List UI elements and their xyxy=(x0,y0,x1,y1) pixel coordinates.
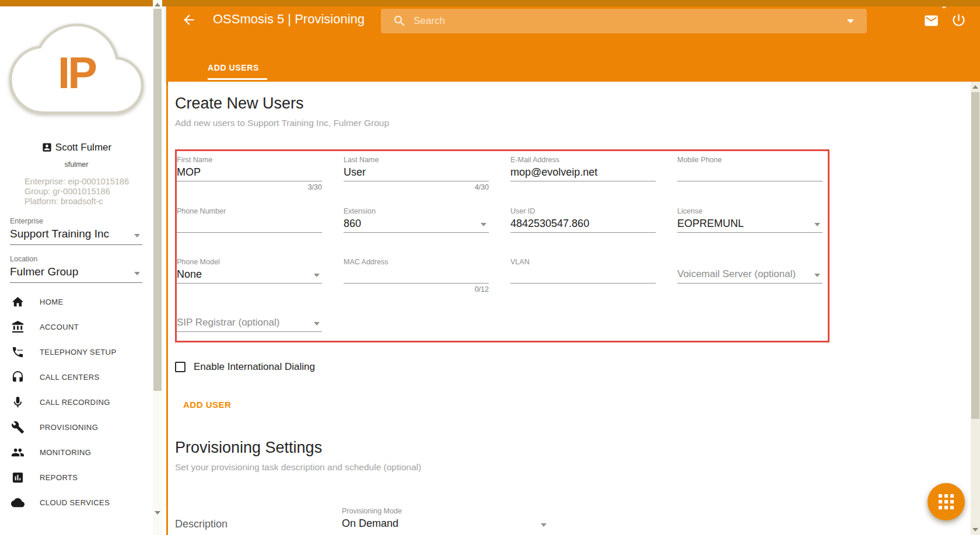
chevron-down-icon xyxy=(134,272,140,275)
provisioning-mode-select[interactable]: On Demand xyxy=(342,516,549,533)
chevron-down-icon xyxy=(314,322,320,326)
email-input[interactable]: mop@evolveip.net xyxy=(510,165,656,181)
sidebar-item-cloud-services[interactable]: CLOUD SERVICES xyxy=(0,490,153,515)
search-input[interactable]: Search xyxy=(381,9,867,33)
bank-icon xyxy=(11,320,24,334)
provisioning-settings-subtitle: Set your provisioning task description a… xyxy=(175,462,971,473)
headset-icon xyxy=(11,370,24,384)
description-input[interactable]: Description xyxy=(175,507,320,530)
mail-icon[interactable] xyxy=(923,13,939,29)
first-name-counter: 3/30 xyxy=(177,181,322,190)
license-select[interactable]: EOPREMUNL xyxy=(677,216,822,233)
scroll-down-arrow-icon[interactable] xyxy=(155,511,160,515)
home-icon xyxy=(11,295,24,309)
sidebar-item-reports[interactable]: REPORTS xyxy=(0,465,153,490)
main-scrollbar-thumb[interactable] xyxy=(971,92,979,419)
vlan-input[interactable] xyxy=(510,267,656,284)
microphone-icon xyxy=(11,396,24,409)
grid-icon xyxy=(939,494,954,509)
sidebar-item-call-centers[interactable]: CALL CENTERS xyxy=(0,365,153,390)
sidebar-item-home[interactable]: HOME xyxy=(0,289,153,314)
location-select-block: Location Fulmer Group xyxy=(10,255,142,283)
app-header: OSSmosis 5 | Provisioning Search 0 ADD U… xyxy=(166,0,980,82)
bar-chart-icon xyxy=(11,471,24,484)
chevron-down-icon xyxy=(814,223,820,226)
user-id-field: User ID 4842530547.860 xyxy=(510,207,656,233)
mobile-phone-input[interactable] xyxy=(677,165,822,181)
chevron-down-icon xyxy=(481,223,487,226)
sidebar: IP Scott Fulmer sfulmer Enterprise: eip-… xyxy=(0,6,153,535)
chevron-down-icon xyxy=(814,274,820,277)
phone-number-input[interactable] xyxy=(177,216,322,233)
phone-model-select[interactable]: None xyxy=(177,267,322,284)
description-field: Description xyxy=(175,507,320,533)
voicemail-server-select[interactable]: Voicemail Server (optional) xyxy=(677,267,822,284)
provisioning-mode-field: Provisioning Mode On Demand xyxy=(342,507,549,533)
provisioning-settings-title: Provisioning Settings xyxy=(175,439,971,457)
ip-cloud-logo: IP xyxy=(8,23,145,115)
meta-platform: Platform: broadsoft-c xyxy=(24,197,153,207)
sip-registrar-select[interactable]: SIP Registrar (optional) xyxy=(177,315,322,332)
scroll-up-arrow-icon[interactable] xyxy=(972,85,978,89)
last-name-counter: 4/30 xyxy=(344,181,489,190)
mac-address-counter: 0/12 xyxy=(344,284,489,292)
sidebar-item-telephony-setup[interactable]: TELEPHONY SETUP xyxy=(0,340,153,365)
mac-address-input[interactable] xyxy=(344,267,489,284)
new-user-highlight-box: First Name MOP 3/30 Last Name User 4/30 … xyxy=(175,149,830,342)
sip-registrar-field: SIP Registrar (optional) xyxy=(177,315,322,332)
location-select[interactable]: Fulmer Group xyxy=(10,263,142,283)
first-name-field: First Name MOP 3/30 xyxy=(177,156,322,190)
user-id-input[interactable]: 4842530547.860 xyxy=(510,216,656,233)
search-dropdown-caret-icon[interactable] xyxy=(847,19,854,23)
cloud-icon xyxy=(11,496,24,509)
email-field: E-Mail Address mop@evolveip.net xyxy=(510,156,656,190)
top-edge-strip xyxy=(0,0,980,6)
app-title: OSSmosis 5 | Provisioning xyxy=(213,12,365,27)
vlan-field: VLAN xyxy=(510,258,656,292)
location-value: Fulmer Group xyxy=(10,265,78,278)
last-name-input[interactable]: User xyxy=(344,165,489,181)
power-icon[interactable] xyxy=(951,12,967,28)
enterprise-select[interactable]: Support Training Inc xyxy=(10,225,142,245)
sidebar-nav: HOME ACCOUNT TELEPHONY SETUP CALL CENTER… xyxy=(0,289,153,515)
first-name-input[interactable]: MOP xyxy=(177,165,322,181)
main-area: OSSmosis 5 | Provisioning Search 0 ADD U… xyxy=(162,0,980,535)
main-scrollbar[interactable] xyxy=(971,82,980,535)
sidebar-item-monitoring[interactable]: MONITORING xyxy=(0,440,153,465)
enterprise-select-block: Enterprise Support Training Inc xyxy=(10,217,142,245)
phone-model-field: Phone Model None xyxy=(177,258,322,292)
enable-international-dialing-checkbox[interactable] xyxy=(175,362,186,372)
extension-select[interactable]: 860 xyxy=(344,216,489,233)
phone-settings-icon xyxy=(11,345,24,359)
mobile-phone-field: Mobile Phone xyxy=(677,156,822,190)
page-title: Create New Users xyxy=(175,95,971,113)
back-arrow-icon[interactable] xyxy=(181,12,197,27)
tab-add-users[interactable]: ADD USERS xyxy=(208,62,267,80)
add-user-button[interactable]: ADD USER xyxy=(183,400,231,410)
account-meta: Enterprise: eip-0001015186 Group: gr-000… xyxy=(24,177,153,207)
sidebar-item-provisioning[interactable]: PROVISIONING xyxy=(0,415,153,440)
meta-enterprise: Enterprise: eip-0001015186 xyxy=(24,177,153,187)
enterprise-label: Enterprise xyxy=(10,217,142,225)
user-login: sfulmer xyxy=(0,160,153,169)
chevron-down-icon xyxy=(314,274,320,277)
enterprise-value: Support Training Inc xyxy=(10,228,109,240)
logo-ip-text: IP xyxy=(8,47,145,98)
apps-grid-fab-button[interactable] xyxy=(928,483,965,520)
sidebar-scrollbar[interactable] xyxy=(153,0,162,535)
sidebar-scrollbar-thumb[interactable] xyxy=(153,9,162,391)
meta-group: Group: gr-0001015186 xyxy=(24,187,153,197)
license-field: License EOPREMUNL xyxy=(677,207,822,233)
international-dialing-row: Enable International Dialing xyxy=(175,361,971,373)
sidebar-item-call-recording[interactable]: CALL RECORDING xyxy=(0,390,153,415)
chevron-down-icon xyxy=(541,523,547,527)
location-label: Location xyxy=(10,255,142,263)
page-subtitle: Add new users to Support Training Inc, F… xyxy=(175,118,971,128)
scroll-down-arrow-icon[interactable] xyxy=(972,528,978,531)
international-dialing-label: Enable International Dialing xyxy=(194,361,315,373)
user-name: Scott Fulmer xyxy=(55,142,111,153)
scroll-up-arrow-icon[interactable] xyxy=(155,3,160,6)
voicemail-server-field: Voicemail Server (optional) xyxy=(677,258,822,292)
wrench-icon xyxy=(11,421,24,434)
sidebar-item-account[interactable]: ACCOUNT xyxy=(0,314,153,340)
